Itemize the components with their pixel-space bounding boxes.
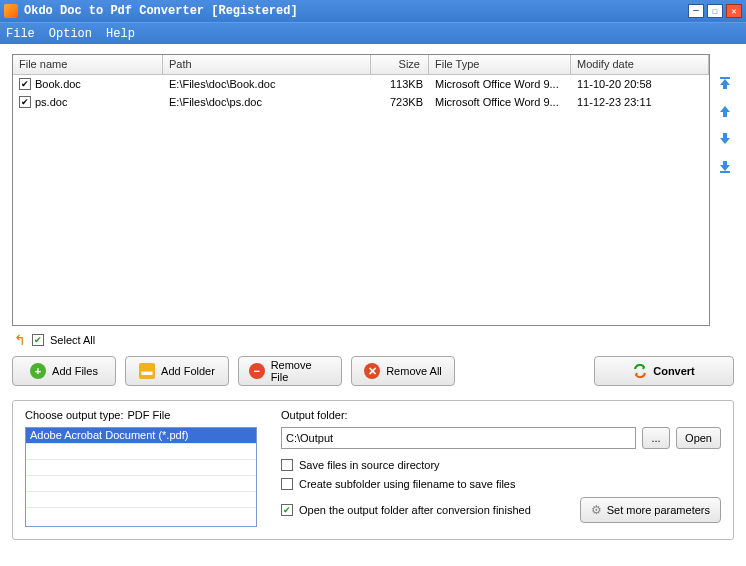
size-cell: 723KB <box>371 94 429 110</box>
path-cell: E:\Files\doc\ps.doc <box>163 94 371 110</box>
file-name-cell: ps.doc <box>35 96 67 108</box>
close-button[interactable]: ✕ <box>726 4 742 18</box>
table-header: File name Path Size File Type Modify dat… <box>13 55 709 75</box>
date-cell: 11-12-23 23:11 <box>571 94 709 110</box>
type-cell: Microsoft Office Word 9... <box>429 94 571 110</box>
gear-icon: ⚙ <box>591 503 602 517</box>
subfolder-checkbox[interactable] <box>281 478 293 490</box>
open-folder-button[interactable]: Open <box>676 427 721 449</box>
save-source-label: Save files in source directory <box>299 459 440 471</box>
remove-file-button[interactable]: −Remove File <box>238 356 342 386</box>
date-cell: 11-10-20 20:58 <box>571 76 709 92</box>
row-checkbox[interactable] <box>19 78 31 90</box>
open-after-label: Open the output folder after conversion … <box>299 504 531 516</box>
svg-rect-1 <box>720 171 730 173</box>
row-checkbox[interactable] <box>19 96 31 108</box>
column-file-name[interactable]: File name <box>13 55 163 74</box>
menu-help[interactable]: Help <box>106 27 135 41</box>
type-cell: Microsoft Office Word 9... <box>429 76 571 92</box>
maximize-button[interactable]: ☐ <box>707 4 723 18</box>
set-parameters-button[interactable]: ⚙ Set more parameters <box>580 497 721 523</box>
file-name-cell: Book.doc <box>35 78 81 90</box>
app-icon <box>4 4 18 18</box>
convert-button[interactable]: Convert <box>594 356 734 386</box>
add-folder-button[interactable]: ▬Add Folder <box>125 356 229 386</box>
move-top-button[interactable] <box>716 74 734 92</box>
output-folder-input[interactable] <box>281 427 636 449</box>
open-after-checkbox[interactable] <box>281 504 293 516</box>
remove-all-button[interactable]: ✕Remove All <box>351 356 455 386</box>
file-table: File name Path Size File Type Modify dat… <box>12 54 710 326</box>
output-type-label: Choose output type: <box>25 409 123 421</box>
output-type-option[interactable]: Adobe Acrobat Document (*.pdf) <box>26 428 256 444</box>
add-icon: + <box>30 363 46 379</box>
move-bottom-button[interactable] <box>716 158 734 176</box>
select-all-label: Select All <box>50 334 95 346</box>
window-title: Okdo Doc to Pdf Converter [Registered] <box>24 4 685 18</box>
table-row[interactable]: ps.docE:\Files\doc\ps.doc723KBMicrosoft … <box>13 93 709 111</box>
subfolder-label: Create subfolder using filename to save … <box>299 478 515 490</box>
remove-all-icon: ✕ <box>364 363 380 379</box>
browse-button[interactable]: ... <box>642 427 670 449</box>
titlebar: Okdo Doc to Pdf Converter [Registered] —… <box>0 0 746 22</box>
add-files-button[interactable]: +Add Files <box>12 356 116 386</box>
column-modify-date[interactable]: Modify date <box>571 55 709 74</box>
svg-rect-0 <box>720 77 730 79</box>
menu-file[interactable]: File <box>6 27 35 41</box>
folder-icon: ▬ <box>139 363 155 379</box>
menu-option[interactable]: Option <box>49 27 92 41</box>
path-cell: E:\Files\doc\Book.doc <box>163 76 371 92</box>
table-row[interactable]: Book.docE:\Files\doc\Book.doc113KBMicros… <box>13 75 709 93</box>
move-down-button[interactable] <box>716 130 734 148</box>
size-cell: 113KB <box>371 76 429 92</box>
output-folder-label: Output folder: <box>281 409 721 421</box>
column-file-type[interactable]: File Type <box>429 55 571 74</box>
save-source-checkbox[interactable] <box>281 459 293 471</box>
move-up-button[interactable] <box>716 102 734 120</box>
remove-icon: − <box>249 363 265 379</box>
column-path[interactable]: Path <box>163 55 371 74</box>
menubar: File Option Help <box>0 22 746 44</box>
column-size[interactable]: Size <box>371 55 429 74</box>
select-all-checkbox[interactable] <box>32 334 44 346</box>
output-type-current: PDF File <box>127 409 170 421</box>
output-type-list[interactable]: Adobe Acrobat Document (*.pdf) <box>25 427 257 527</box>
up-folder-icon[interactable]: ↰ <box>14 332 26 348</box>
minimize-button[interactable]: — <box>688 4 704 18</box>
convert-icon <box>633 364 647 378</box>
